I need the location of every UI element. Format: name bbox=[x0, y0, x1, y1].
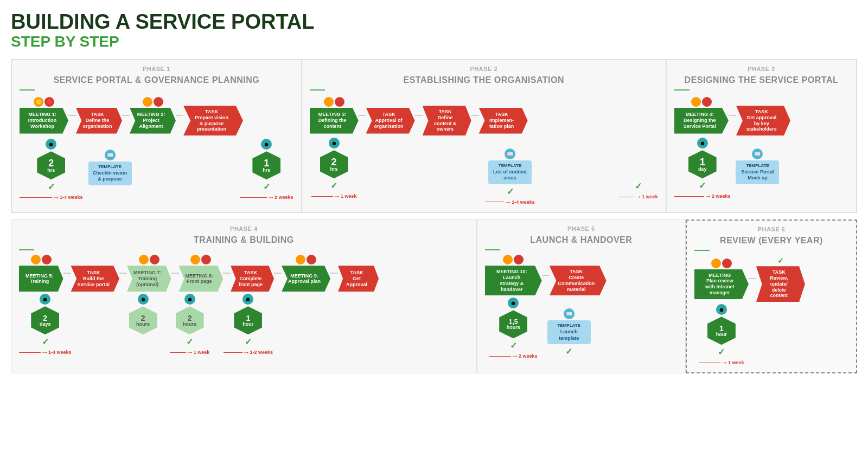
phase2-label: PHASE 2 bbox=[310, 66, 658, 73]
hex10-icon: ⏺ bbox=[716, 304, 727, 315]
hex6: 2 hours bbox=[129, 306, 157, 334]
meeting2-icon-orange bbox=[143, 97, 152, 107]
phase1-divider bbox=[20, 89, 35, 91]
hex4: 1 day bbox=[688, 150, 717, 178]
phases-top-row: PHASE 1 SERVICE PORTAL & GOVERNANCE PLAN… bbox=[11, 59, 857, 213]
c13 bbox=[330, 273, 338, 274]
phase1-name: SERVICE PORTAL & GOVERNANCE PLANNING bbox=[20, 75, 293, 85]
phase4-panel: PHASE 4 TRAINING & BUILDING MEETING 5:Tr… bbox=[11, 219, 477, 373]
meeting7-icon2 bbox=[150, 255, 159, 264]
check13: ✓ bbox=[718, 347, 725, 357]
title-line1: BUILDING A SERVICE PORTAL bbox=[11, 11, 857, 34]
check11: ✓ bbox=[565, 347, 572, 356]
hex7: 2 hours bbox=[176, 306, 204, 334]
hex8: 1 hour bbox=[234, 306, 262, 334]
meeting3-icon-orange bbox=[324, 97, 334, 107]
template1-icon: 📖 bbox=[105, 150, 116, 160]
hex2-icon: ⏺ bbox=[261, 139, 272, 150]
meeting9-arrow: MEETING 9:Approval plan bbox=[282, 266, 330, 292]
task2-arrow: TASKPrepare vision& purposepresentation bbox=[183, 106, 243, 135]
connector7 bbox=[729, 115, 736, 116]
meeting7-icon bbox=[139, 255, 149, 264]
task3-arrow: TASKApproval oforganisation bbox=[366, 108, 415, 134]
phase6-label: PHASE 6 bbox=[694, 226, 848, 233]
task5-arrow: TASKImplemen-tation plan bbox=[479, 108, 528, 134]
phase5-panel: PHASE 5 LAUNCH & HANDOVER MEETING 10:Lau… bbox=[477, 219, 686, 373]
check12: ✓ bbox=[777, 256, 784, 265]
phase5-name: LAUNCH & HANDOVER bbox=[485, 235, 678, 245]
meeting8-icon bbox=[190, 255, 200, 264]
task1-arrow: TASKDefine theorganisation bbox=[76, 108, 122, 134]
phase1-panel: PHASE 1 SERVICE PORTAL & GOVERNANCE PLAN… bbox=[11, 60, 302, 212]
meeting1-icon-red: 🔴 bbox=[44, 97, 54, 107]
meeting3-icon-red bbox=[335, 97, 344, 107]
phase4-name: TRAINING & BUILDING bbox=[19, 235, 469, 245]
meeting9-icon2 bbox=[307, 255, 316, 264]
check2: ✓ bbox=[263, 182, 270, 192]
connector3 bbox=[176, 115, 183, 116]
phases-bottom-row: PHASE 4 TRAINING & BUILDING MEETING 5:Tr… bbox=[11, 219, 857, 373]
meeting11-arrow: MEETINGPlan reviewwith Intranetmanager bbox=[694, 269, 749, 299]
c14 bbox=[542, 275, 550, 276]
phase2-divider bbox=[310, 89, 325, 91]
c12 bbox=[274, 273, 282, 274]
hex8-icon: ⏺ bbox=[242, 294, 253, 305]
c8 bbox=[63, 273, 71, 274]
phase3-name: DESIGNING THE SERVICE PORTAL bbox=[674, 75, 848, 85]
phase3-label: PHASE 3 bbox=[674, 66, 848, 73]
meeting11-icon2 bbox=[722, 259, 732, 268]
hex3: 2 hrs bbox=[320, 150, 348, 178]
meeting9-icon bbox=[296, 255, 305, 264]
meeting10-icon bbox=[503, 255, 513, 264]
check10: ✓ bbox=[510, 341, 517, 350]
hex4-icon: ⏺ bbox=[697, 138, 708, 148]
check8: ✓ bbox=[186, 337, 193, 346]
connector2 bbox=[122, 115, 130, 116]
check6: ✓ bbox=[699, 181, 706, 190]
hex5: 2 days bbox=[31, 306, 59, 334]
meeting11-icon bbox=[711, 259, 721, 268]
check7: ✓ bbox=[42, 337, 49, 346]
c15 bbox=[749, 278, 756, 279]
phase6-divider bbox=[694, 250, 710, 251]
meeting7-arrow: MEETING 7:Training(optional) bbox=[127, 266, 171, 292]
template4-icon: 📖 bbox=[564, 308, 575, 319]
c10 bbox=[171, 273, 179, 274]
connector1 bbox=[68, 115, 76, 116]
hex1-icon: ⏺ bbox=[46, 139, 56, 150]
hex1: 2 hrs bbox=[37, 151, 65, 179]
phase5-label: PHASE 5 bbox=[485, 225, 678, 232]
meeting5-arrow: MEETING 5:Training bbox=[19, 266, 63, 292]
phase6-name: REVIEW (EVERY YEAR) bbox=[694, 235, 848, 246]
meeting2-arrow: MEETING 2:ProjectAlignment bbox=[130, 108, 176, 134]
connector4 bbox=[359, 115, 366, 116]
task9-arrow: TASKGetApproval bbox=[338, 266, 379, 292]
page-title: BUILDING A SERVICE PORTAL STEP BY STEP bbox=[11, 11, 857, 50]
template2-icon: 📖 bbox=[505, 148, 515, 159]
hex2: 1 hrs bbox=[252, 151, 280, 179]
meeting1-arrow: MEETING 1:IntroductionWorkshop bbox=[20, 108, 68, 134]
meeting5-icon bbox=[31, 255, 41, 264]
task11-arrow: TASKReview,update/deletecontent bbox=[756, 266, 805, 302]
check3: ✓ bbox=[330, 180, 337, 191]
hex3-icon: ⏺ bbox=[329, 138, 340, 148]
title-line2: STEP BY STEP bbox=[11, 34, 857, 50]
meeting3-arrow: MEETING 3:Defining thecontent bbox=[310, 108, 359, 134]
task8-arrow: TASKCompletefront page bbox=[231, 266, 274, 292]
meeting1-icon-orange: 🟡 bbox=[34, 97, 43, 107]
template3-box: TEMPLATE Service Portal Mock up bbox=[736, 160, 779, 184]
meeting4-arrow: MEETING 4:Designing theService Portal bbox=[674, 108, 729, 134]
template4-box: TEMPLATE Launch template bbox=[547, 320, 591, 344]
meeting8-icon2 bbox=[201, 255, 211, 264]
hex5-icon: ⏺ bbox=[40, 294, 50, 305]
check4: ✓ bbox=[507, 187, 514, 196]
phase3-panel: PHASE 3 DESIGNING THE SERVICE PORTAL MEE… bbox=[666, 60, 857, 212]
connector5 bbox=[415, 115, 423, 116]
page-container: BUILDING A SERVICE PORTAL STEP BY STEP P… bbox=[11, 11, 857, 373]
hex10: 1 hour bbox=[707, 317, 736, 345]
meeting10-arrow: MEETING 10:Launchstrategy &handover bbox=[485, 266, 542, 295]
hex7-icon: ⏺ bbox=[184, 294, 195, 305]
template2-box: TEMPLATE List of content areas bbox=[488, 160, 532, 184]
connector6 bbox=[471, 115, 479, 116]
check5: ✓ bbox=[635, 181, 642, 191]
